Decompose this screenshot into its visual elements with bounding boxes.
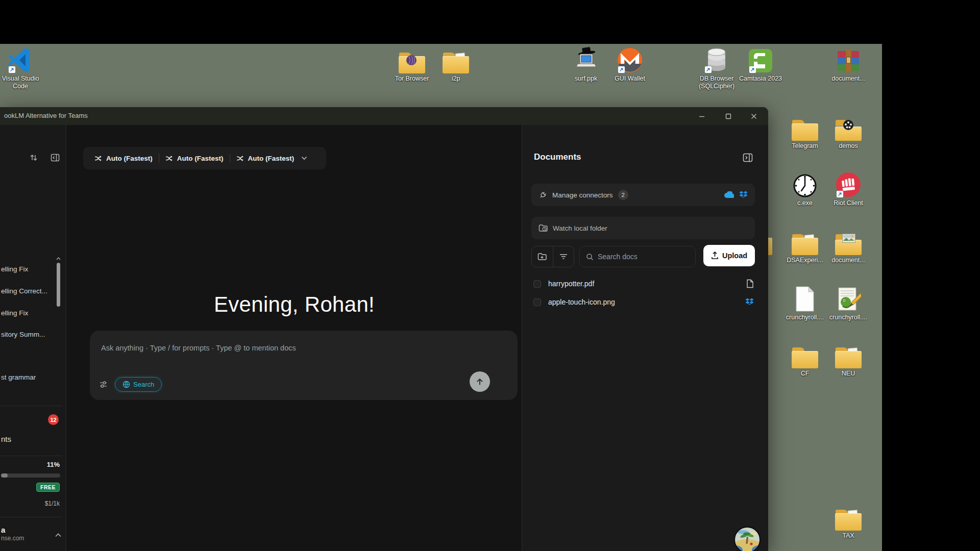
shortcut-arrow-icon bbox=[837, 191, 843, 197]
connector-count-badge: 2 bbox=[618, 190, 628, 200]
maximize-button[interactable] bbox=[718, 110, 739, 123]
file-checkbox[interactable] bbox=[533, 280, 541, 288]
desktop-icon-dsaexperi[interactable]: DSAExperi... bbox=[783, 228, 827, 264]
desktop-icon-tor-browser[interactable]: Tor Browser bbox=[390, 46, 434, 83]
model-selector-label: Auto (Fastest) bbox=[248, 155, 295, 162]
web-search-label: Search bbox=[133, 381, 154, 388]
dropbox-icon bbox=[745, 298, 754, 306]
clock-icon bbox=[793, 170, 817, 198]
shortcut-arrow-icon bbox=[749, 66, 756, 73]
desktop-icon-crunchyroll-notepad[interactable]: crunchyroll.... bbox=[826, 285, 870, 321]
prompt-placeholder: Ask anything · Type / for prompts · Type… bbox=[101, 344, 296, 352]
folder-paper-icon bbox=[835, 341, 862, 368]
document-list-item[interactable]: harrypotter.pdf bbox=[528, 276, 759, 292]
prompt-input[interactable]: Ask anything · Type / for prompts · Type… bbox=[90, 331, 518, 400]
watch-folder-label: Watch local folder bbox=[553, 224, 607, 232]
desktop-icon-riot-client[interactable]: Riot Client bbox=[826, 170, 870, 207]
shortcut-arrow-icon bbox=[705, 66, 712, 73]
desktop-icon-cf[interactable]: CF bbox=[783, 341, 827, 378]
camtasia-icon bbox=[748, 46, 773, 73]
chat-list-item[interactable]: sitory Summ... bbox=[0, 328, 53, 341]
desktop-icon-visual-studio-code[interactable]: Visual Studio Code bbox=[0, 46, 42, 90]
folder-icon bbox=[792, 341, 818, 368]
desktop-icon-surf-ppk[interactable]: surf.ppk bbox=[564, 46, 608, 83]
folder-reel-icon bbox=[835, 113, 862, 141]
desktop-icon-camtasia[interactable]: Camtasia 2023 bbox=[739, 46, 782, 83]
sidebar: elling Fix elling Correct... elling Fix … bbox=[0, 125, 66, 551]
watch-local-folder-row[interactable]: Watch local folder bbox=[531, 217, 755, 239]
new-folder-button[interactable] bbox=[532, 246, 553, 267]
desktop-icon-gui-wallet[interactable]: GUI Wallet bbox=[608, 46, 652, 83]
upload-label: Upload bbox=[722, 252, 747, 260]
island-avatar[interactable] bbox=[733, 525, 762, 551]
file-blank-icon bbox=[794, 285, 816, 312]
upload-button[interactable]: Upload bbox=[703, 245, 755, 266]
chat-list-item[interactable]: elling Fix bbox=[0, 307, 53, 320]
model-selector-3[interactable]: Auto (Fastest) bbox=[230, 147, 314, 169]
desktop-icon-label: document... bbox=[831, 75, 865, 83]
chat-list-item[interactable]: elling Correct... bbox=[0, 285, 53, 298]
window-body: elling Fix elling Correct... elling Fix … bbox=[0, 125, 768, 551]
desktop-icon-crunchyroll-file[interactable]: crunchyroll.... bbox=[783, 285, 827, 321]
sidebar-item-truncated[interactable]: nts bbox=[0, 433, 53, 446]
filter-button[interactable] bbox=[553, 246, 574, 267]
desktop-icon-neu[interactable]: NEU bbox=[826, 341, 870, 378]
divider bbox=[0, 517, 62, 517]
manage-connectors-row[interactable]: Manage connectors 2 bbox=[531, 184, 755, 206]
divider bbox=[0, 456, 62, 456]
desktop-icon-label: DSAExperi... bbox=[787, 257, 823, 264]
chat-list-item[interactable]: st grammar bbox=[0, 371, 53, 384]
web-search-toggle[interactable]: Search bbox=[115, 377, 162, 392]
collapse-sidebar-icon[interactable] bbox=[51, 153, 60, 164]
desktop-icon-db-browser[interactable]: DB Browser (SQLCipher) bbox=[695, 46, 739, 90]
desktop-icon-telegram[interactable]: Telegram bbox=[783, 113, 827, 150]
shortcut-arrow-icon bbox=[9, 66, 15, 73]
upload-icon bbox=[711, 252, 719, 260]
close-button[interactable] bbox=[744, 110, 764, 123]
desktop-icon-label: demos bbox=[839, 142, 858, 150]
shortcut-arrow-icon bbox=[618, 66, 625, 73]
usage-percent: 11% bbox=[47, 461, 60, 468]
document-file-icon bbox=[746, 279, 754, 288]
document-list-item[interactable]: apple-touch-icon.png bbox=[528, 294, 759, 310]
desktop-icon-label: NEU bbox=[842, 370, 855, 378]
folder-paper-icon bbox=[835, 503, 862, 531]
folder-paper-icon bbox=[792, 228, 818, 255]
desktop-icon-tax[interactable]: TAX bbox=[826, 503, 870, 540]
account-name: a bbox=[1, 525, 5, 534]
chat-list-item[interactable]: elling Fix bbox=[0, 263, 53, 276]
collapse-panel-icon[interactable] bbox=[743, 153, 753, 164]
model-selector-2[interactable]: Auto (Fastest) bbox=[159, 147, 230, 169]
docs-search-input[interactable] bbox=[598, 253, 679, 261]
sort-chats-icon[interactable] bbox=[29, 153, 38, 164]
folder-icon bbox=[792, 113, 818, 141]
chevron-down-icon[interactable] bbox=[301, 156, 307, 160]
sliders-icon[interactable] bbox=[99, 380, 108, 389]
desktop-icon-label: document... bbox=[831, 257, 865, 264]
scrollbar-thumb[interactable] bbox=[57, 263, 60, 307]
desktop-icon-demos[interactable]: demos bbox=[826, 113, 870, 150]
window-titlebar[interactable]: ookLM Alternative for Teams bbox=[0, 107, 768, 125]
desktop-icon-label: Telegram bbox=[792, 142, 818, 150]
sidebar-scrollbar[interactable] bbox=[56, 257, 61, 420]
docs-search-box[interactable] bbox=[579, 246, 696, 267]
minimize-button[interactable] bbox=[692, 110, 712, 123]
chevron-up-icon[interactable] bbox=[55, 531, 62, 540]
winrar-archive-icon bbox=[835, 46, 862, 73]
send-button[interactable] bbox=[470, 371, 490, 392]
globe-icon bbox=[122, 381, 130, 388]
window-title: ookLM Alternative for Teams bbox=[4, 112, 88, 119]
manage-connectors-label: Manage connectors bbox=[552, 191, 613, 199]
documents-panel: Documents Manage connectors 2 bbox=[522, 125, 768, 551]
desktop-icon-document-archive[interactable]: document... bbox=[826, 46, 870, 83]
model-selector-1[interactable]: Auto (Fastest) bbox=[88, 147, 159, 169]
folder-photo-icon bbox=[835, 228, 862, 255]
desktop-icon-i2p[interactable]: i2p bbox=[434, 46, 478, 83]
shuffle-icon bbox=[94, 155, 102, 162]
desktop-icon-document-folder[interactable]: document... bbox=[826, 228, 870, 264]
shuffle-icon bbox=[165, 155, 173, 162]
app-window: ookLM Alternative for Teams bbox=[0, 107, 768, 551]
desktop-icon-label: surf.ppk bbox=[575, 75, 597, 83]
file-checkbox[interactable] bbox=[533, 298, 541, 306]
desktop-icon-c-exe[interactable]: c.exe bbox=[783, 170, 827, 207]
